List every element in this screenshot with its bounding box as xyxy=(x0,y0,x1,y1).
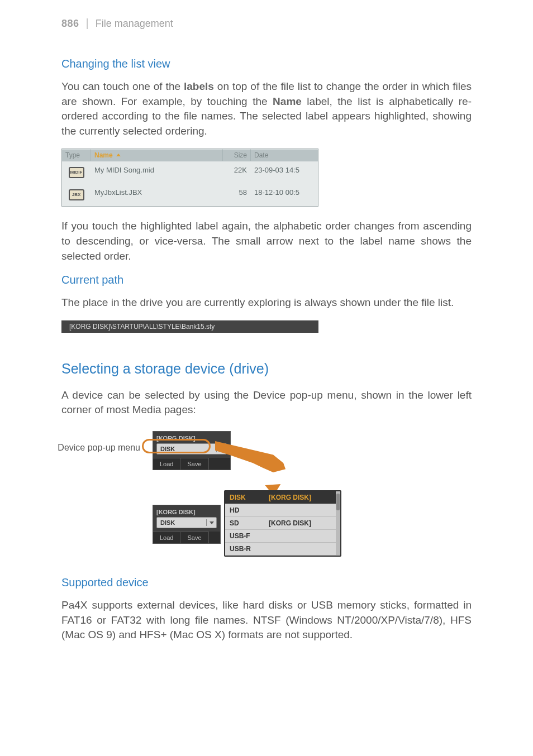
dropdown-item-right: [KORG DISK] xyxy=(269,519,336,527)
dropdown-item-disk[interactable]: DISK [KORG DISK] xyxy=(225,491,340,504)
dropdown-scrollbar[interactable] xyxy=(336,491,340,556)
col-header-date[interactable]: Date xyxy=(251,149,318,161)
device-dropdown-list: DISK [KORG DISK] HD SD [KORG DISK] USB-F… xyxy=(224,490,341,557)
dropdown-item-left: USB-F xyxy=(230,532,269,540)
file-list-screenshot: Type Name Size Date MIDIF My MIDI Song.m… xyxy=(61,149,318,207)
device-select[interactable]: DISK xyxy=(156,517,217,528)
tab-load[interactable]: Load xyxy=(153,458,180,470)
page-header: 886 | File management xyxy=(61,17,472,30)
col-header-name[interactable]: Name xyxy=(91,149,223,161)
midi-file-icon: MIDIF xyxy=(69,167,84,178)
dropdown-item-right xyxy=(269,506,336,514)
callout-arrow xyxy=(215,441,288,475)
file-list-header: Type Name Size Date xyxy=(62,149,318,161)
page-number: 886 xyxy=(61,18,79,30)
dropdown-item-hd[interactable]: HD xyxy=(225,504,340,517)
heading-current-path: Current path xyxy=(61,274,472,286)
tab-load[interactable]: Load xyxy=(153,532,180,543)
col-header-size[interactable]: Size xyxy=(223,149,251,161)
device-select-text: DISK xyxy=(157,446,216,452)
labels-word: labels xyxy=(184,80,214,92)
figure-caption: Device pop-up menu xyxy=(56,442,140,454)
media-tabs: Load Save xyxy=(153,532,220,543)
dropdown-item-left: SD xyxy=(230,519,269,527)
dropdown-item-right xyxy=(269,532,336,540)
jbx-file-icon: JBX xyxy=(69,189,84,200)
arrow-body xyxy=(215,441,288,472)
header-section: File management xyxy=(96,18,173,30)
file-name-cell: My MIDI Song.mid xyxy=(91,161,223,184)
dropdown-item-usbr[interactable]: USB-R xyxy=(225,543,340,556)
path-bar: [KORG DISK]\STARTUP\ALL\STYLE\Bank15.sty xyxy=(61,320,318,333)
device-popup-figure: Device pop-up menu [KORG DISK] DISK Load… xyxy=(59,428,360,556)
dropdown-item-right xyxy=(269,545,336,553)
header-divider: | xyxy=(86,17,89,30)
paragraph-listview: You can touch one of the labels on top o… xyxy=(61,79,472,138)
name-word: Name xyxy=(273,95,302,107)
device-popup-box-bottom: [KORG DISK] DISK Load Save xyxy=(153,505,221,544)
heading-supported-device: Supported device xyxy=(61,576,472,589)
device-select-text: DISK xyxy=(157,519,206,526)
dropdown-item-left: USB-R xyxy=(230,545,269,553)
file-row[interactable]: MIDIF My MIDI Song.mid 22K 23-09-03 14:5 xyxy=(62,161,318,184)
paragraph-currentpath: The place in the drive you are currently… xyxy=(61,295,472,310)
dropdown-item-right: [KORG DISK] xyxy=(269,494,336,501)
tab-save[interactable]: Save xyxy=(180,532,208,543)
file-icon-cell: MIDIF xyxy=(62,161,91,184)
paragraph-devicepopup: A device can be selected by using the De… xyxy=(61,388,472,418)
file-row[interactable]: JBX MyJbxList.JBX 58 18-12-10 00:5 xyxy=(62,184,318,206)
file-date-cell: 23-09-03 14:5 xyxy=(251,161,318,184)
file-date-cell: 18-12-10 00:5 xyxy=(251,184,318,206)
dropdown-item-left: DISK xyxy=(230,494,269,501)
file-size-cell: 58 xyxy=(223,184,251,206)
file-size-cell: 22K xyxy=(223,161,251,184)
dropdown-item-left: HD xyxy=(230,506,269,514)
file-name-cell: MyJbxList.JBX xyxy=(91,184,223,206)
chevron-down-icon xyxy=(206,519,216,526)
text: You can touch one of the xyxy=(61,80,184,92)
col-header-type[interactable]: Type xyxy=(62,149,91,161)
tab-save[interactable]: Save xyxy=(180,458,208,470)
paragraph-sortorder: If you touch the highlighted label again… xyxy=(61,219,472,264)
device-label: [KORG DISK] xyxy=(156,509,217,515)
dropdown-item-sd[interactable]: SD [KORG DISK] xyxy=(225,517,340,530)
heading-changing-list-view: Changing the list view xyxy=(61,58,472,70)
file-icon-cell: JBX xyxy=(62,184,91,206)
paragraph-supported: Pa4X supports external devices, like har… xyxy=(61,598,472,643)
dropdown-item-usbf[interactable]: USB-F xyxy=(225,530,340,543)
heading-selecting-device: Selecting a storage device (drive) xyxy=(61,361,472,377)
